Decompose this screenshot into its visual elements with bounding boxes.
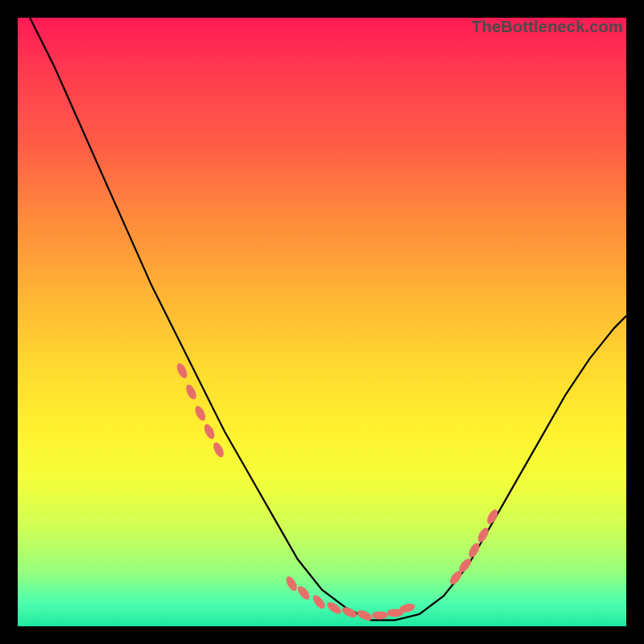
chart-frame: TheBottleneck.com [18,18,626,626]
curve-marker [295,584,312,601]
curve-marker [184,383,199,401]
bottleneck-curve [30,18,626,620]
chart-svg [18,18,626,626]
curve-marker [311,593,327,611]
curve-marker [175,361,189,379]
curve-marker [284,575,299,592]
curve-marker [202,423,217,440]
curve-marker [193,404,208,422]
curve-marker [341,605,358,620]
curve-marker [325,600,343,616]
marker-group [175,361,500,622]
curve-marker [372,611,388,619]
curve-marker [212,441,226,459]
